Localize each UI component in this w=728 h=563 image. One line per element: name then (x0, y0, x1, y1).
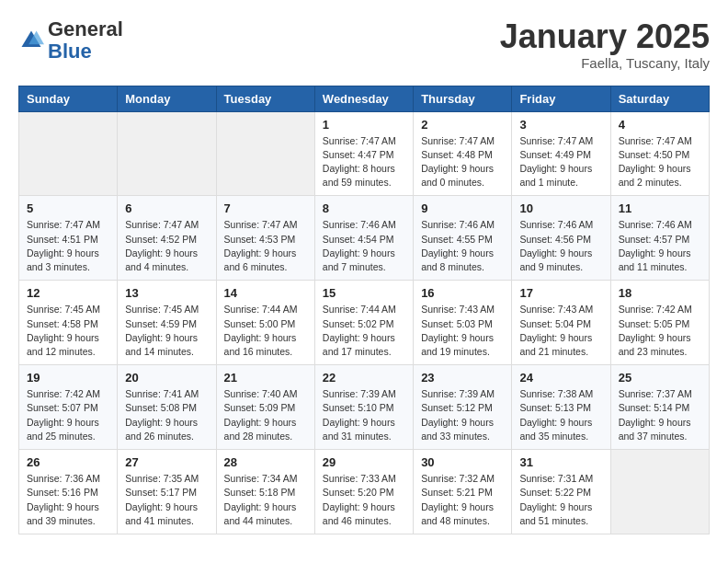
day-info: Sunrise: 7:47 AMSunset: 4:52 PMDaylight:… (125, 218, 208, 274)
day-info: Sunrise: 7:31 AMSunset: 5:22 PMDaylight:… (519, 472, 602, 528)
calendar-table: SundayMondayTuesdayWednesdayThursdayFrid… (18, 86, 710, 534)
day-number: 14 (224, 286, 307, 300)
day-number: 8 (323, 201, 405, 215)
day-number: 25 (619, 371, 701, 385)
weekday-header-wednesday: Wednesday (314, 86, 413, 111)
day-info: Sunrise: 7:47 AMSunset: 4:51 PMDaylight:… (27, 218, 109, 274)
calendar-cell: 24Sunrise: 7:38 AMSunset: 5:13 PMDayligh… (512, 365, 610, 450)
day-info: Sunrise: 7:46 AMSunset: 4:54 PMDaylight:… (323, 218, 405, 274)
day-number: 15 (323, 286, 405, 300)
logo-general-text: General (48, 17, 123, 40)
weekday-header-saturday: Saturday (610, 86, 709, 111)
day-info: Sunrise: 7:40 AMSunset: 5:09 PMDaylight:… (224, 387, 307, 443)
day-number: 5 (27, 201, 109, 215)
calendar-cell: 8Sunrise: 7:46 AMSunset: 4:54 PMDaylight… (314, 196, 413, 281)
weekday-header-row: SundayMondayTuesdayWednesdayThursdayFrid… (19, 86, 710, 111)
logo-icon (18, 28, 44, 53)
weekday-header-tuesday: Tuesday (216, 86, 314, 111)
logo: General Blue (18, 18, 123, 63)
day-info: Sunrise: 7:39 AMSunset: 5:12 PMDaylight:… (421, 387, 504, 443)
day-number: 31 (519, 455, 602, 469)
title-block: January 2025 Faella, Tuscany, Italy (500, 18, 710, 71)
calendar-cell: 4Sunrise: 7:47 AMSunset: 4:50 PMDaylight… (610, 111, 709, 196)
day-number: 7 (224, 201, 307, 215)
calendar-week-row: 12Sunrise: 7:45 AMSunset: 4:58 PMDayligh… (19, 281, 710, 365)
day-info: Sunrise: 7:45 AMSunset: 4:59 PMDaylight:… (125, 303, 208, 359)
weekday-header-thursday: Thursday (414, 86, 512, 111)
calendar-week-row: 19Sunrise: 7:42 AMSunset: 5:07 PMDayligh… (19, 365, 710, 450)
day-number: 27 (125, 455, 208, 469)
calendar-cell: 1Sunrise: 7:47 AMSunset: 4:47 PMDaylight… (314, 111, 413, 196)
day-info: Sunrise: 7:35 AMSunset: 5:17 PMDaylight:… (125, 472, 208, 528)
day-number: 13 (125, 286, 208, 300)
day-number: 26 (27, 455, 109, 469)
day-info: Sunrise: 7:46 AMSunset: 4:55 PMDaylight:… (421, 218, 504, 274)
calendar-cell: 30Sunrise: 7:32 AMSunset: 5:21 PMDayligh… (414, 450, 512, 534)
day-number: 22 (323, 371, 405, 385)
location-text: Faella, Tuscany, Italy (500, 55, 710, 71)
calendar-cell (216, 111, 314, 196)
day-number: 4 (619, 118, 701, 132)
calendar-cell: 25Sunrise: 7:37 AMSunset: 5:14 PMDayligh… (610, 365, 709, 450)
calendar-cell (19, 111, 118, 196)
day-number: 19 (27, 371, 109, 385)
day-number: 18 (619, 286, 701, 300)
month-title: January 2025 (500, 18, 710, 55)
calendar-cell (610, 450, 709, 534)
calendar-cell: 6Sunrise: 7:47 AMSunset: 4:52 PMDaylight… (118, 196, 216, 281)
day-number: 16 (421, 286, 504, 300)
day-info: Sunrise: 7:41 AMSunset: 5:08 PMDaylight:… (125, 387, 208, 443)
day-info: Sunrise: 7:33 AMSunset: 5:20 PMDaylight:… (323, 472, 405, 528)
day-info: Sunrise: 7:38 AMSunset: 5:13 PMDaylight:… (519, 387, 602, 443)
day-number: 6 (125, 201, 208, 215)
calendar-cell: 27Sunrise: 7:35 AMSunset: 5:17 PMDayligh… (118, 450, 216, 534)
day-info: Sunrise: 7:43 AMSunset: 5:03 PMDaylight:… (421, 303, 504, 359)
calendar-cell: 23Sunrise: 7:39 AMSunset: 5:12 PMDayligh… (414, 365, 512, 450)
day-number: 9 (421, 201, 504, 215)
day-info: Sunrise: 7:46 AMSunset: 4:57 PMDaylight:… (619, 218, 701, 274)
day-info: Sunrise: 7:47 AMSunset: 4:49 PMDaylight:… (519, 134, 602, 190)
day-info: Sunrise: 7:47 AMSunset: 4:48 PMDaylight:… (421, 134, 504, 190)
weekday-header-friday: Friday (512, 86, 610, 111)
day-info: Sunrise: 7:47 AMSunset: 4:50 PMDaylight:… (619, 134, 701, 190)
day-info: Sunrise: 7:45 AMSunset: 4:58 PMDaylight:… (27, 303, 109, 359)
day-number: 30 (421, 455, 504, 469)
weekday-header-sunday: Sunday (19, 86, 118, 111)
day-info: Sunrise: 7:37 AMSunset: 5:14 PMDaylight:… (619, 387, 701, 443)
day-number: 20 (125, 371, 208, 385)
day-info: Sunrise: 7:47 AMSunset: 4:53 PMDaylight:… (224, 218, 307, 274)
calendar-week-row: 5Sunrise: 7:47 AMSunset: 4:51 PMDaylight… (19, 196, 710, 281)
day-number: 28 (224, 455, 307, 469)
calendar-cell: 28Sunrise: 7:34 AMSunset: 5:18 PMDayligh… (216, 450, 314, 534)
calendar-week-row: 26Sunrise: 7:36 AMSunset: 5:16 PMDayligh… (19, 450, 710, 534)
day-number: 1 (323, 118, 405, 132)
calendar-cell: 2Sunrise: 7:47 AMSunset: 4:48 PMDaylight… (414, 111, 512, 196)
day-info: Sunrise: 7:43 AMSunset: 5:04 PMDaylight:… (519, 303, 602, 359)
calendar-cell: 19Sunrise: 7:42 AMSunset: 5:07 PMDayligh… (19, 365, 118, 450)
calendar-cell: 10Sunrise: 7:46 AMSunset: 4:56 PMDayligh… (512, 196, 610, 281)
calendar-cell: 3Sunrise: 7:47 AMSunset: 4:49 PMDaylight… (512, 111, 610, 196)
logo-blue-text: Blue (48, 40, 92, 63)
day-info: Sunrise: 7:39 AMSunset: 5:10 PMDaylight:… (323, 387, 405, 443)
page-header: General Blue January 2025 Faella, Tuscan… (18, 18, 710, 71)
calendar-cell: 21Sunrise: 7:40 AMSunset: 5:09 PMDayligh… (216, 365, 314, 450)
calendar-cell: 17Sunrise: 7:43 AMSunset: 5:04 PMDayligh… (512, 281, 610, 365)
calendar-cell: 13Sunrise: 7:45 AMSunset: 4:59 PMDayligh… (118, 281, 216, 365)
calendar-week-row: 1Sunrise: 7:47 AMSunset: 4:47 PMDaylight… (19, 111, 710, 196)
calendar-cell: 9Sunrise: 7:46 AMSunset: 4:55 PMDaylight… (414, 196, 512, 281)
day-number: 12 (27, 286, 109, 300)
calendar-cell: 11Sunrise: 7:46 AMSunset: 4:57 PMDayligh… (610, 196, 709, 281)
calendar-cell: 29Sunrise: 7:33 AMSunset: 5:20 PMDayligh… (314, 450, 413, 534)
day-info: Sunrise: 7:36 AMSunset: 5:16 PMDaylight:… (27, 472, 109, 528)
day-number: 17 (519, 286, 602, 300)
calendar-cell: 22Sunrise: 7:39 AMSunset: 5:10 PMDayligh… (314, 365, 413, 450)
day-info: Sunrise: 7:47 AMSunset: 4:47 PMDaylight:… (323, 134, 405, 190)
calendar-cell: 26Sunrise: 7:36 AMSunset: 5:16 PMDayligh… (19, 450, 118, 534)
day-number: 3 (519, 118, 602, 132)
day-info: Sunrise: 7:42 AMSunset: 5:07 PMDaylight:… (27, 387, 109, 443)
calendar-cell: 12Sunrise: 7:45 AMSunset: 4:58 PMDayligh… (19, 281, 118, 365)
day-info: Sunrise: 7:34 AMSunset: 5:18 PMDaylight:… (224, 472, 307, 528)
calendar-cell (118, 111, 216, 196)
calendar-cell: 18Sunrise: 7:42 AMSunset: 5:05 PMDayligh… (610, 281, 709, 365)
day-info: Sunrise: 7:32 AMSunset: 5:21 PMDaylight:… (421, 472, 504, 528)
